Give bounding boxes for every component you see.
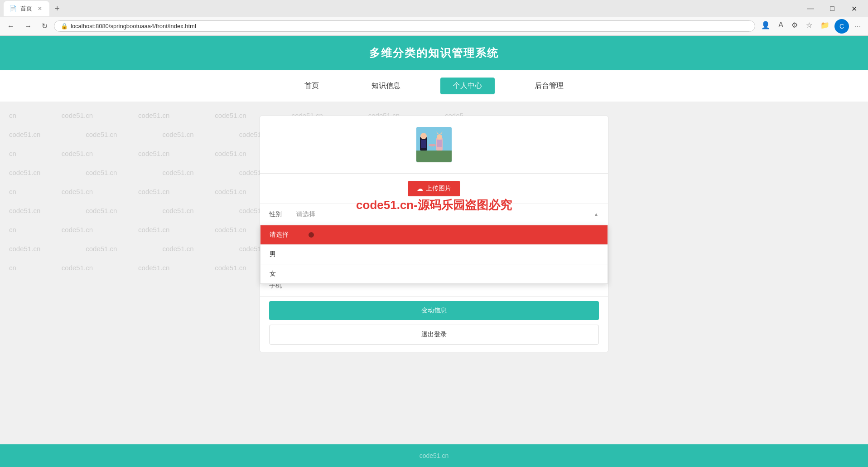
svg-rect-9: [437, 140, 442, 147]
dropdown-option-placeholder[interactable]: 请选择: [260, 225, 608, 245]
save-info-button[interactable]: 变动信息: [269, 301, 599, 320]
maximize-button[interactable]: □: [822, 1, 843, 16]
avatar-image: [416, 127, 452, 162]
gender-select[interactable]: 请选择 ▲: [296, 210, 599, 219]
translate-icon[interactable]: A: [775, 19, 786, 34]
svg-point-10: [429, 144, 436, 146]
profile-sync-icon[interactable]: 👤: [758, 19, 773, 34]
upload-image-button[interactable]: ☁ 上传图片: [408, 181, 460, 196]
svg-point-3: [420, 133, 427, 139]
browser-chrome: 📄 首页 ✕ + — □ ✕ ← → ↻ 🔒 localhost:8080/sp…: [0, 0, 868, 36]
tab-title: 首页: [20, 5, 32, 13]
gender-dropdown[interactable]: 请选择 男 女: [260, 225, 608, 284]
address-text: localhost:8080/springbootuaaa4/front/ind…: [71, 23, 196, 29]
browser-toolbar: ← → ↻ 🔒 localhost:8080/springbootuaaa4/f…: [0, 17, 868, 35]
gender-placeholder: 请选择: [296, 210, 315, 219]
nav-item-profile[interactable]: 个人中心: [440, 78, 495, 94]
upload-label: 上传图片: [426, 185, 451, 193]
forward-button[interactable]: →: [21, 20, 35, 32]
window-controls: — □ ✕: [800, 1, 864, 16]
browser-titlebar: 📄 首页 ✕ + — □ ✕: [0, 0, 868, 17]
app-wrapper: 多维分类的知识管理系统 首页 知识信息 个人中心 后台管理: [0, 36, 868, 375]
upload-icon: ☁: [417, 185, 423, 192]
nav-item-home[interactable]: 首页: [292, 78, 332, 94]
back-button[interactable]: ←: [4, 20, 18, 32]
logout-button[interactable]: 退出登录: [269, 325, 599, 345]
reload-button[interactable]: ↻: [38, 20, 51, 32]
gender-form-row: 性别 请选择 ▲ 请选择 男 女: [260, 204, 608, 225]
svg-rect-1: [416, 151, 452, 162]
dropdown-option-female[interactable]: 女: [260, 264, 608, 283]
profile-card: ☁ 上传图片 性别 请选择 ▲ 请选择 男: [260, 116, 608, 352]
upload-section: ☁ 上传图片: [260, 174, 608, 204]
collections-icon[interactable]: 📁: [817, 19, 833, 34]
dropdown-option-male[interactable]: 男: [260, 245, 608, 264]
settings-icon[interactable]: ⚙: [788, 19, 801, 34]
security-icon: 🔒: [61, 23, 68, 29]
dropdown-arrow-icon: ▲: [593, 211, 599, 218]
nav-item-admin[interactable]: 后台管理: [522, 78, 576, 94]
app-main: ☁ 上传图片 性别 请选择 ▲ 请选择 男: [0, 102, 868, 375]
user-avatar-small[interactable]: C: [834, 19, 849, 34]
favorites-icon[interactable]: ☆: [803, 19, 815, 34]
app-header: 多维分类的知识管理系统: [0, 36, 868, 70]
svg-rect-4: [421, 140, 426, 148]
toolbar-icons: 👤 A ⚙ ☆ 📁 C …: [758, 19, 864, 34]
footer-watermark: code51.cn: [420, 452, 449, 459]
nav-item-knowledge[interactable]: 知识信息: [359, 78, 413, 94]
app-footer: code51.cn: [0, 444, 868, 467]
gender-label: 性别: [269, 210, 296, 219]
tab-favicon: 📄: [9, 5, 17, 12]
tab-close-button[interactable]: ✕: [36, 5, 44, 13]
browser-tab[interactable]: 📄 首页 ✕: [4, 1, 49, 16]
avatar-section: [260, 116, 608, 174]
app-title: 多维分类的知识管理系统: [369, 47, 499, 59]
new-tab-button[interactable]: +: [51, 2, 63, 15]
close-window-button[interactable]: ✕: [844, 1, 864, 16]
more-options-icon[interactable]: …: [851, 19, 864, 34]
address-bar[interactable]: 🔒 localhost:8080/springbootuaaa4/front/i…: [54, 20, 755, 32]
app-nav: 首页 知识信息 个人中心 后台管理: [0, 70, 868, 102]
svg-point-6: [437, 134, 442, 140]
minimize-button[interactable]: —: [800, 1, 821, 16]
